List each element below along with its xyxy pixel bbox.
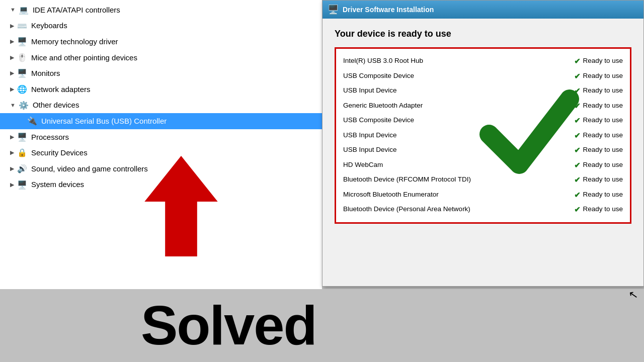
device-label: Sound, video and game controllers (31, 163, 148, 175)
device-item-network[interactable]: ▶ 🌐 Network adapters (0, 81, 322, 98)
expand-arrow: ▶ (10, 85, 14, 94)
device-label: Monitors (31, 67, 60, 79)
expand-arrow: ▶ (10, 37, 14, 46)
device-item-processors[interactable]: ▶ 🖥️ Processors (0, 129, 322, 145)
svg-marker-0 (144, 156, 217, 256)
driver-installation-dialog: 🖥️ Driver Software Installation Your dev… (322, 0, 644, 287)
status-check: ✔ Ready to use (574, 144, 623, 157)
status-check: ✔ Ready to use (574, 55, 623, 68)
device-label: System devices (31, 178, 84, 191)
device-item-ide-ata[interactable]: ▼ 💻 IDE ATA/ATAPI controllers (0, 2, 322, 18)
device-status-row: Intel(R) USB 3.0 Root Hub ✔ Ready to use (343, 54, 623, 69)
checkmark-icon: ✔ (574, 189, 581, 202)
device-icon: 🔌 (27, 115, 37, 128)
status-label: Ready to use (583, 159, 623, 171)
device-name: Microsoft Bluetooth Enumerator (343, 189, 574, 201)
device-icon: 🔒 (17, 146, 27, 159)
device-item-memory-tech[interactable]: ▶ 🖥️ Memory technology driver (0, 34, 322, 50)
expand-arrow: ▶ (10, 148, 14, 157)
device-item-keyboards[interactable]: ▶ ⌨️ Keyboards (0, 18, 322, 34)
status-check: ✔ Ready to use (574, 129, 623, 142)
expand-arrow: ▶ (10, 22, 14, 31)
expand-arrow: ▶ (10, 164, 14, 173)
expand-arrow: ▶ (10, 69, 14, 78)
device-item-other[interactable]: ▼ ⚙️ Other devices (0, 98, 322, 114)
device-label: Keyboards (31, 20, 67, 32)
expand-arrow: ▶ (10, 133, 14, 142)
device-label: Network adapters (31, 83, 91, 96)
status-check: ✔ Ready to use (574, 114, 623, 127)
status-check: ✔ Ready to use (574, 159, 623, 172)
device-icon: 💻 (19, 4, 29, 17)
status-label: Ready to use (583, 130, 623, 141)
status-check: ✔ Ready to use (574, 189, 623, 202)
status-check: ✔ Ready to use (574, 100, 623, 113)
device-status-row: Microsoft Bluetooth Enumerator ✔ Ready t… (343, 188, 623, 203)
dialog-icon: 🖥️ (328, 4, 339, 15)
red-arrow-annotation (141, 156, 221, 256)
status-label: Ready to use (583, 55, 623, 67)
device-label: Mice and other pointing devices (31, 52, 137, 64)
device-label: IDE ATA/ATAPI controllers (33, 4, 120, 16)
expand-arrow: ▶ (10, 180, 14, 190)
dialog-subtitle: Your device is ready to use (335, 29, 631, 39)
status-label: Ready to use (583, 85, 623, 97)
expand-arrow: ▼ (10, 101, 16, 110)
device-label: Universal Serial Bus (USB) Controller (41, 115, 167, 127)
device-label: Security Devices (31, 147, 88, 159)
status-check: ✔ Ready to use (574, 203, 623, 216)
device-icon: 🖥️ (17, 67, 27, 80)
device-label: Memory technology driver (31, 36, 118, 48)
status-check: ✔ Ready to use (574, 84, 623, 98)
device-status-box: Intel(R) USB 3.0 Root Hub ✔ Ready to use… (335, 47, 631, 224)
big-checkmark (479, 79, 580, 182)
status-label: Ready to use (583, 189, 623, 201)
status-label: Ready to use (583, 144, 623, 156)
device-item-monitors[interactable]: ▶ 🖥️ Monitors (0, 65, 322, 81)
status-check: ✔ Ready to use (574, 70, 623, 83)
expand-arrow: ▼ (10, 6, 16, 15)
checkmark-icon: ✔ (574, 203, 581, 216)
device-status-row: Bluetooth Device (Personal Area Network)… (343, 202, 623, 217)
dialog-title: Driver Software Installation (343, 6, 434, 14)
bottom-bar (0, 289, 644, 362)
status-label: Ready to use (583, 115, 623, 126)
device-label: Other devices (33, 99, 79, 111)
device-icon: 🌐 (17, 83, 27, 96)
dialog-footer (323, 234, 643, 250)
status-label: Ready to use (583, 100, 623, 112)
device-label: Processors (31, 131, 69, 143)
device-item-mice[interactable]: ▶ 🖱️ Mice and other pointing devices (0, 50, 322, 66)
device-icon: 🖥️ (17, 35, 27, 48)
status-check: ✔ Ready to use (574, 173, 623, 187)
status-label: Ready to use (583, 174, 623, 186)
device-icon: 🖱️ (17, 51, 27, 64)
device-icon: 🔊 (17, 162, 27, 175)
device-name: Intel(R) USB 3.0 Root Hub (343, 55, 574, 67)
device-icon: ⌨️ (17, 20, 27, 33)
checkmark-icon: ✔ (574, 55, 581, 68)
device-icon: 🖥️ (17, 178, 27, 192)
expand-arrow: ▶ (10, 53, 14, 62)
status-label: Ready to use (583, 204, 623, 215)
device-icon: ⚙️ (19, 99, 29, 112)
dialog-titlebar: 🖥️ Driver Software Installation (323, 1, 643, 19)
status-label: Ready to use (583, 70, 623, 82)
device-name: Bluetooth Device (Personal Area Network) (343, 204, 574, 215)
solved-label: Solved (141, 293, 316, 357)
device-icon: 🖥️ (17, 131, 27, 144)
dialog-body: Your device is ready to use Intel(R) USB… (323, 19, 643, 234)
device-item-usb-controller[interactable]: 🔌 Universal Serial Bus (USB) Controller (0, 113, 322, 129)
